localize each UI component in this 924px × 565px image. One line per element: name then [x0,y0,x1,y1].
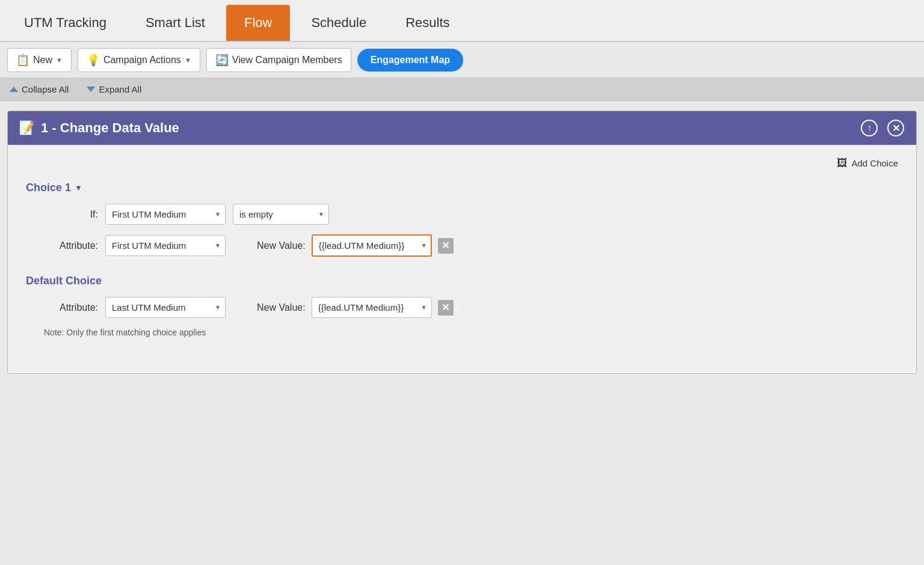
collapse-icon [10,87,18,92]
up-circle-icon: ↑ [861,120,878,136]
expand-all-button[interactable]: Expand All [87,84,141,94]
default-choice-section: Default Choice Attribute: Last UTM Mediu… [26,275,898,337]
flow-card: 📝 1 - Change Data Value ↑ ✕ 🖼 Add Choice… [7,111,917,374]
new-value-group: New Value: {{lead.UTM Medium}} ✕ [257,234,454,257]
campaign-actions-dropdown-arrow: ▼ [185,56,191,64]
tab-utm[interactable]: UTM Tracking [6,5,125,41]
tab-smart-list[interactable]: Smart List [128,5,223,41]
engagement-map-button[interactable]: Engagement Map [357,49,463,72]
field-select-wrapper: First UTM Medium [105,204,226,225]
expand-all-label: Expand All [99,84,141,94]
if-label: If: [44,209,98,220]
clear-new-value-button[interactable]: ✕ [438,238,454,254]
tab-flow[interactable]: Flow [226,5,290,41]
remove-button[interactable]: ✕ [886,118,905,138]
default-choice-title: Default Choice [26,275,898,287]
default-new-value-group: New Value: {{lead.UTM Medium}} ✕ [257,297,454,318]
new-dropdown-arrow: ▼ [56,56,63,64]
add-choice-icon: 🖼 [837,157,848,170]
default-attribute-select-wrapper: Last UTM Medium [105,297,226,318]
add-choice-row: 🖼 Add Choice [26,157,898,170]
attribute-select-wrapper: First UTM Medium [105,235,226,256]
new-value-select-wrapper: {{lead.UTM Medium}} [312,234,432,257]
collapse-all-label: Collapse All [22,84,69,94]
note-text: Note: Only the first matching choice app… [44,328,898,337]
choice1-dropdown-arrow: ▼ [75,183,82,192]
campaign-actions-button[interactable]: 💡 Campaign Actions ▼ [78,48,200,72]
default-attribute-label: Attribute: [44,302,98,313]
condition-select[interactable]: is empty [233,204,329,225]
expand-icon [87,87,95,92]
card-body: 🖼 Add Choice Choice 1 ▼ If: First UTM Me… [8,145,916,373]
choice1-label: Choice 1 [26,182,71,194]
campaign-actions-icon: 💡 [87,53,100,67]
new-button[interactable]: 📋 New ▼ [7,48,72,72]
new-value-select[interactable]: {{lead.UTM Medium}} [312,234,432,257]
card-title-icon: 📝 [19,120,35,136]
campaign-actions-label: Campaign Actions [103,55,181,66]
toolbar: 📋 New ▼ 💡 Campaign Actions ▼ 🔄 View Camp… [0,42,924,78]
card-header-right: ↑ ✕ [860,118,905,138]
default-new-value-label: New Value: [257,302,306,313]
default-attribute-select[interactable]: Last UTM Medium [105,297,226,318]
card-header-left: 📝 1 - Change Data Value [19,120,179,136]
condition-select-wrapper: is empty [233,204,329,225]
move-up-button[interactable]: ↑ [860,118,879,138]
choice1-title: Choice 1 ▼ [26,182,898,194]
default-new-value-select[interactable]: {{lead.UTM Medium}} [312,297,432,318]
add-choice-button[interactable]: 🖼 Add Choice [837,157,898,170]
view-campaign-members-button[interactable]: 🔄 View Campaign Members [206,48,351,72]
default-new-value-select-wrapper: {{lead.UTM Medium}} [312,297,432,318]
attribute-select[interactable]: First UTM Medium [105,235,226,256]
view-campaign-members-icon: 🔄 [215,53,229,67]
card-title: 1 - Change Data Value [41,120,179,136]
field-select[interactable]: First UTM Medium [105,204,226,225]
tab-results[interactable]: Results [387,5,467,41]
choice1-if-row: If: First UTM Medium is empty [44,204,898,225]
default-attribute-row: Attribute: Last UTM Medium New Value: {{… [44,297,898,318]
collapse-all-button[interactable]: Collapse All [10,84,69,94]
clear-default-new-value-button[interactable]: ✕ [438,300,454,316]
collapse-expand-bar: Collapse All Expand All [0,78,924,101]
choice1-section: Choice 1 ▼ If: First UTM Medium is empty [26,182,898,257]
attribute-label: Attribute: [44,240,98,251]
tabs-bar: UTM Tracking Smart List Flow Schedule Re… [0,0,924,42]
new-label: New [33,55,52,66]
card-header: 📝 1 - Change Data Value ↑ ✕ [8,111,916,145]
close-icon: ✕ [887,120,904,136]
add-choice-label: Add Choice [851,158,898,168]
tab-schedule[interactable]: Schedule [293,5,384,41]
view-campaign-members-label: View Campaign Members [232,55,342,66]
new-icon: 📋 [16,53,29,67]
choice1-attribute-row: Attribute: First UTM Medium New Value: {… [44,234,898,257]
new-value-label: New Value: [257,240,306,251]
